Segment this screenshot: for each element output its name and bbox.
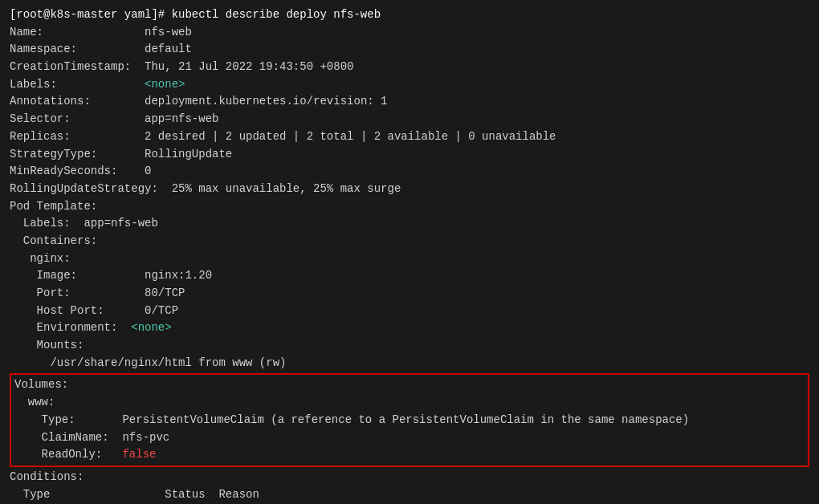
line-type: Type: PersistentVolumeClaim (a reference… [14, 412, 805, 429]
line-pod-labels: Labels: app=nfs-web [10, 215, 809, 233]
line-www: www: [14, 394, 805, 412]
line-containers: Containers: [10, 233, 809, 250]
line-namespace: Namespace: default [10, 41, 809, 59]
line-environment: Environment: <none> [10, 319, 809, 337]
line-minready: MinReadySeconds: 0 [10, 163, 809, 181]
prompt-line: [root@k8s-master yaml]# kubectl describe… [10, 6, 809, 24]
line-nginx: nginx: [10, 250, 809, 268]
line-labels: Labels: <none> [10, 76, 809, 94]
line-creation: CreationTimestamp: Thu, 21 Jul 2022 19:4… [10, 59, 809, 76]
line-claimname: ClaimName: nfs-pvc [14, 429, 805, 447]
line-podtemplate: Pod Template: [10, 198, 809, 216]
line-port: Port: 80/TCP [10, 285, 809, 303]
line-conditions-header: Type Status Reason [10, 486, 809, 504]
line-rollingupdate: RollingUpdateStrategy: 25% max unavailab… [10, 181, 809, 198]
terminal: [root@k8s-master yaml]# kubectl describe… [0, 0, 819, 504]
line-conditions: Conditions: [10, 469, 809, 486]
line-volumes: Volumes: [14, 376, 805, 394]
line-mounts: Mounts: [10, 337, 809, 355]
line-replicas: Replicas: 2 desired | 2 updated | 2 tota… [10, 128, 809, 146]
line-image: Image: nginx:1.20 [10, 267, 809, 285]
line-mount-path: /usr/share/nginx/html from www (rw) [10, 355, 809, 372]
line-selector: Selector: app=nfs-web [10, 111, 809, 128]
line-name: Name: nfs-web [10, 24, 809, 42]
line-annotations: Annotations: deployment.kubernetes.io/re… [10, 93, 809, 111]
line-strategy: StrategyType: RollingUpdate [10, 146, 809, 164]
line-readonly: ReadOnly: false [14, 446, 805, 464]
line-hostport: Host Port: 0/TCP [10, 303, 809, 320]
volumes-section: Volumes: www: Type: PersistentVolumeClai… [10, 373, 809, 466]
